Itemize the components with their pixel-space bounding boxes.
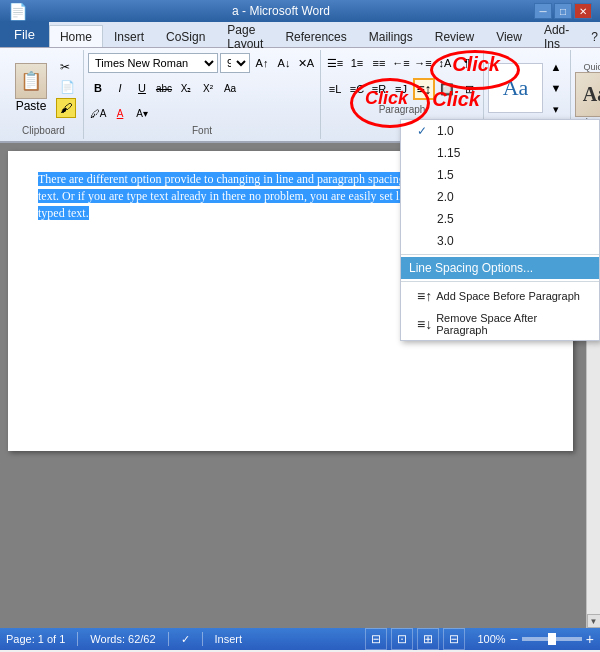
spell-check[interactable]: ✓	[181, 633, 190, 646]
spacing-2-5[interactable]: 2.5	[401, 208, 599, 230]
spacing-1-0[interactable]: ✓ 1.0	[401, 120, 599, 142]
line-spacing-options-label: Line Spacing Options...	[409, 261, 533, 275]
tab-references[interactable]: References	[274, 25, 357, 47]
close-button[interactable]: ✕	[574, 3, 592, 19]
tab-cosign[interactable]: CoSign	[155, 25, 216, 47]
remove-space-after-item[interactable]: ≡↓ Remove Space After Paragraph	[401, 308, 599, 340]
bullets-button[interactable]: ☰≡	[325, 53, 345, 73]
font-color-button[interactable]: A	[110, 103, 130, 123]
zoom-label: 100%	[477, 633, 505, 645]
paste-label: Paste	[16, 99, 47, 113]
clipboard-group: 📋 Paste ✂ 📄 🖌 Clipboard	[4, 50, 84, 139]
tab-home[interactable]: Home	[49, 25, 103, 47]
strikethrough-button[interactable]: abc	[154, 78, 174, 98]
tab-addins[interactable]: Add-Ins	[533, 25, 580, 47]
bold-button[interactable]: B	[88, 78, 108, 98]
styles-scroll-down[interactable]: ▼	[546, 78, 566, 98]
view-btn-3[interactable]: ⊞	[417, 628, 439, 650]
justify-button[interactable]: ≡J	[391, 79, 411, 99]
ribbon-toolbar: 📋 Paste ✂ 📄 🖌 Clipboard Times	[0, 48, 600, 143]
font-color2-button[interactable]: A▾	[132, 103, 152, 123]
line-spacing-dropdown: ✓ 1.0 1.15 1.5 2.0 2.5	[400, 119, 600, 341]
align-left-button[interactable]: ≡L	[325, 79, 345, 99]
shrink-font-button[interactable]: A↓	[274, 53, 294, 73]
tab-page-layout[interactable]: Page Layout	[216, 25, 274, 47]
word-count: Words: 62/62	[90, 633, 155, 645]
tab-mailings[interactable]: Mailings	[358, 25, 424, 47]
tab-view[interactable]: View	[485, 25, 533, 47]
insert-label: Insert	[215, 633, 243, 645]
view-btn-2[interactable]: ⊡	[391, 628, 413, 650]
underline-button[interactable]: U	[132, 78, 152, 98]
clipboard-label: Clipboard	[8, 124, 79, 137]
tab-help[interactable]: ?	[580, 25, 600, 47]
add-space-before-label: Add Space Before Paragraph	[436, 290, 580, 302]
spacing-1-0-label: 1.0	[437, 124, 454, 138]
view-btn-4[interactable]: ⊟	[443, 628, 465, 650]
zoom-thumb	[548, 633, 556, 645]
align-center-button[interactable]: ≡C	[347, 79, 367, 99]
status-divider-1	[77, 632, 78, 646]
click-annotation-1: Click	[452, 53, 500, 76]
multilevel-button[interactable]: ≡≡	[369, 53, 389, 73]
spacing-2-0[interactable]: 2.0	[401, 186, 599, 208]
add-space-icon: ≡↑	[417, 288, 432, 304]
scroll-down-arrow[interactable]: ▼	[587, 614, 601, 628]
window-controls: ─ □ ✕	[534, 3, 592, 19]
word-icon: 📄	[8, 2, 28, 21]
increase-indent-button[interactable]: →≡	[413, 53, 433, 73]
copy-button[interactable]: 📄	[56, 78, 79, 96]
zoom-out-button[interactable]: −	[510, 631, 518, 647]
insert-mode: Insert	[215, 633, 243, 645]
spacing-1-15-label: 1.15	[437, 146, 460, 160]
format-painter-button[interactable]: 🖌	[56, 98, 76, 118]
add-space-before-item[interactable]: ≡↑ Add Space Before Paragraph	[401, 284, 599, 308]
styles-more[interactable]: ▾	[546, 99, 566, 119]
align-right-button[interactable]: ≡R	[369, 79, 389, 99]
quick-change-button[interactable]: Aa	[575, 72, 600, 117]
font-size-select[interactable]: 9	[220, 53, 250, 73]
spacing-3-0[interactable]: 3.0	[401, 230, 599, 252]
paste-button[interactable]: 📋 Paste	[8, 60, 54, 116]
ribbon-tab-bar: File Home Insert CoSign Page Layout Refe…	[0, 22, 600, 48]
minimize-button[interactable]: ─	[534, 3, 552, 19]
grow-font-button[interactable]: A↑	[252, 53, 272, 73]
change-case-button[interactable]: Aa	[220, 78, 240, 98]
clear-format-button[interactable]: ✕A	[296, 53, 316, 73]
status-divider-3	[202, 632, 203, 646]
zoom-area: ⊟ ⊡ ⊞ ⊟ 100% − +	[365, 628, 594, 650]
spell-icon: ✓	[181, 633, 190, 646]
decrease-indent-button[interactable]: ←≡	[391, 53, 411, 73]
remove-space-after-label: Remove Space After Paragraph	[436, 312, 583, 336]
tab-review[interactable]: Review	[424, 25, 485, 47]
status-divider-2	[168, 632, 169, 646]
dropdown-divider2	[401, 281, 599, 282]
maximize-button[interactable]: □	[554, 3, 572, 19]
numbering-button[interactable]: 1≡	[347, 53, 367, 73]
word-count-label: Words: 62/62	[90, 633, 155, 645]
italic-button[interactable]: I	[110, 78, 130, 98]
styles-scroll-up[interactable]: ▲	[546, 57, 566, 77]
spacing-1-5-label: 1.5	[437, 168, 454, 182]
check-icon: ✓	[417, 124, 431, 138]
spacing-2-0-label: 2.0	[437, 190, 454, 204]
title-bar: 📄 a - Microsoft Word ─ □ ✕	[0, 0, 600, 22]
spacing-1-15[interactable]: 1.15	[401, 142, 599, 164]
font-family-select[interactable]: Times New Roman	[88, 53, 218, 73]
view-btn-1[interactable]: ⊟	[365, 628, 387, 650]
line-spacing-options-item[interactable]: Line Spacing Options...	[401, 257, 599, 279]
superscript-button[interactable]: X²	[198, 78, 218, 98]
zoom-slider[interactable]	[522, 637, 582, 641]
text-highlight-button[interactable]: 🖊A	[88, 103, 108, 123]
page-count-label: Page: 1 of 1	[6, 633, 65, 645]
cut-button[interactable]: ✂	[56, 58, 79, 76]
tab-file[interactable]: File	[0, 21, 49, 47]
spacing-1-5[interactable]: 1.5	[401, 164, 599, 186]
zoom-in-button[interactable]: +	[586, 631, 594, 647]
subscript-button[interactable]: X₂	[176, 78, 196, 98]
status-bar: Page: 1 of 1 Words: 62/62 ✓ Insert ⊟ ⊡ ⊞…	[0, 628, 600, 650]
tab-insert[interactable]: Insert	[103, 25, 155, 47]
remove-space-icon: ≡↓	[417, 316, 432, 332]
click-annotation-2: Click	[432, 88, 480, 111]
dropdown-divider	[401, 254, 599, 255]
